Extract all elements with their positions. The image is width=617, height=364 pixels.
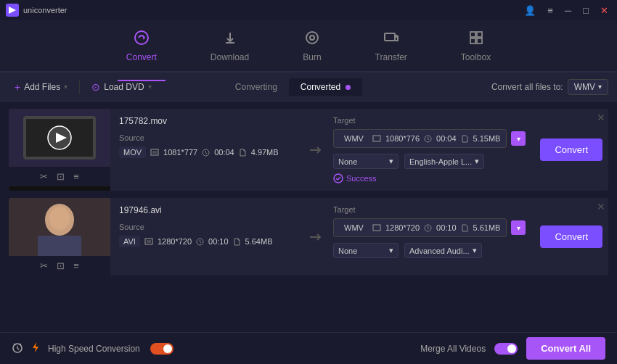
nav-item-transfer[interactable]: Transfer: [367, 24, 416, 68]
tab-converting[interactable]: Converting: [224, 78, 289, 96]
transfer-nav-icon: [383, 30, 399, 49]
source-resolution-1: 1081*777: [163, 148, 197, 157]
footer-right: Merge All Videos Convert All: [420, 337, 605, 360]
nav-bar: Convert Download Burn Transfer: [0, 20, 617, 73]
settings-icon-1[interactable]: ≡: [73, 171, 79, 182]
add-files-button[interactable]: + Add Files ▾: [9, 78, 73, 96]
close-card-1-button[interactable]: ✕: [597, 112, 605, 123]
cut-icon-2[interactable]: ✂: [40, 260, 48, 271]
settings-icon-2[interactable]: ≡: [73, 260, 79, 271]
crop-icon-2[interactable]: ⊡: [57, 260, 65, 271]
svg-rect-7: [470, 38, 475, 44]
file-thumb-2: ✂ ⊡ ≡: [9, 198, 110, 276]
toolbar-right: Convert all files to: WMV ▾: [491, 79, 608, 95]
svg-rect-16: [152, 151, 157, 154]
target-format-dropdown-2[interactable]: ▾: [511, 220, 526, 235]
subtitle-value-1: None: [338, 157, 357, 166]
minimize-icon[interactable]: ─: [562, 4, 574, 17]
tab-converting-label: Converting: [235, 82, 277, 92]
target-clock-2: [424, 224, 432, 232]
burn-nav-icon: [304, 30, 320, 49]
audio-select-1[interactable]: English-Apple L... ▾: [404, 154, 484, 169]
audio-value-2: Advanced Audi...: [409, 247, 470, 255]
close-card-2-button[interactable]: ✕: [597, 201, 605, 212]
convert-button-1[interactable]: Convert: [540, 138, 602, 161]
arrow-2: [301, 198, 330, 276]
nav-label-convert: Convert: [126, 52, 157, 62]
source-resolution-2: 1280*720: [158, 237, 192, 246]
alarm-icon[interactable]: [12, 342, 23, 356]
subtitle-select-2[interactable]: None ▾: [333, 243, 399, 258]
thumb-controls-2: ✂ ⊡ ≡: [9, 256, 110, 276]
bolt-svg: [30, 342, 41, 353]
speed-toggle[interactable]: [150, 343, 173, 355]
user-icon[interactable]: 👤: [521, 4, 539, 17]
subtitle-select-1[interactable]: None ▾: [333, 154, 399, 169]
svg-point-2: [306, 32, 318, 44]
success-area-1: Success: [333, 173, 526, 183]
title-bar: uniconverter 👤 ≡ ─ □ ✕: [0, 0, 617, 20]
convert-all-button[interactable]: Convert All: [526, 337, 605, 360]
app-name: uniconverter: [23, 6, 68, 15]
target-format-2: WMV: [340, 222, 368, 233]
dropdown-row-2: None ▾ Advanced Audi... ▾: [333, 243, 526, 258]
tab-converted[interactable]: Converted: [289, 78, 362, 96]
clock-icon-2: [196, 238, 204, 246]
toolbox-nav-icon: [468, 30, 484, 49]
target-format-dropdown-1[interactable]: ▾: [511, 131, 526, 146]
nav-item-download[interactable]: Download: [202, 24, 258, 68]
target-label-2: Target: [333, 205, 526, 214]
speed-label: High Speed Conversion: [48, 344, 140, 354]
resolution-icon-1: [150, 149, 159, 156]
target-res-icon-2: [372, 224, 381, 231]
nav-item-toolbox[interactable]: Toolbox: [452, 24, 499, 68]
svg-rect-27: [147, 240, 151, 243]
merge-toggle[interactable]: [494, 343, 518, 355]
target-info-row-2: WMV 1280*720 00:10 5.61MB ▾: [333, 218, 526, 237]
target-info-row-1: WMV 1080*776 00:04 5.15MB ▾: [333, 129, 526, 148]
check-circle-icon-1: [333, 173, 343, 183]
nav-label-download: Download: [211, 52, 249, 62]
merge-label: Merge All Videos: [420, 344, 486, 354]
source-label-1: Source: [119, 133, 144, 142]
source-row-2: Source: [119, 223, 293, 231]
target-duration-2: 00:10: [436, 223, 457, 232]
svg-rect-29: [373, 225, 380, 231]
cut-icon-1[interactable]: ✂: [40, 171, 48, 182]
success-badge-1: Success: [333, 173, 526, 183]
source-details-2: AVI 1280*720 00:10 5.64MB: [119, 236, 293, 247]
target-duration-1: 00:04: [436, 134, 457, 143]
crop-icon-1[interactable]: ⊡: [57, 171, 65, 182]
global-format-select[interactable]: WMV ▾: [568, 79, 608, 95]
target-clock-1: [424, 135, 432, 143]
nav-item-burn[interactable]: Burn: [294, 24, 330, 68]
target-size-2: 5.61MB: [473, 223, 501, 232]
convert-all-to-label: Convert all files to:: [491, 82, 563, 92]
audio-select-2[interactable]: Advanced Audi... ▾: [404, 243, 482, 258]
target-file-icon-2: [461, 224, 469, 232]
maximize-icon[interactable]: □: [580, 4, 592, 17]
add-files-label: Add Files: [24, 82, 60, 92]
menu-icon[interactable]: ≡: [544, 4, 556, 17]
global-format-value: WMV: [574, 82, 595, 92]
audio-chevron-2: ▾: [473, 246, 477, 255]
success-text-1: Success: [346, 174, 377, 183]
nav-label-burn: Burn: [303, 52, 321, 62]
source-size-1: 4.97MB: [251, 148, 279, 157]
file-icon-1: [239, 149, 247, 157]
close-icon[interactable]: ✕: [597, 4, 611, 17]
subtitle-chevron-1: ▾: [389, 157, 393, 166]
arrow-right-1: [307, 143, 324, 157]
target-format-box-1: WMV 1080*776 00:04 5.15MB: [333, 129, 507, 148]
toolbar-divider-1: [79, 80, 80, 94]
alarm-svg: [12, 342, 23, 353]
subtitle-chevron-2: ▾: [389, 246, 393, 255]
bolt-icon: [30, 342, 41, 356]
svg-rect-18: [373, 136, 380, 141]
nav-item-convert[interactable]: Convert: [118, 24, 166, 68]
target-res-icon-1: [372, 135, 381, 142]
source-format-1: MOV: [119, 146, 146, 158]
convert-button-2[interactable]: Convert: [540, 226, 602, 248]
svg-rect-24: [38, 236, 81, 256]
file-thumb-1: ✂ ⊡ ≡: [9, 109, 110, 191]
